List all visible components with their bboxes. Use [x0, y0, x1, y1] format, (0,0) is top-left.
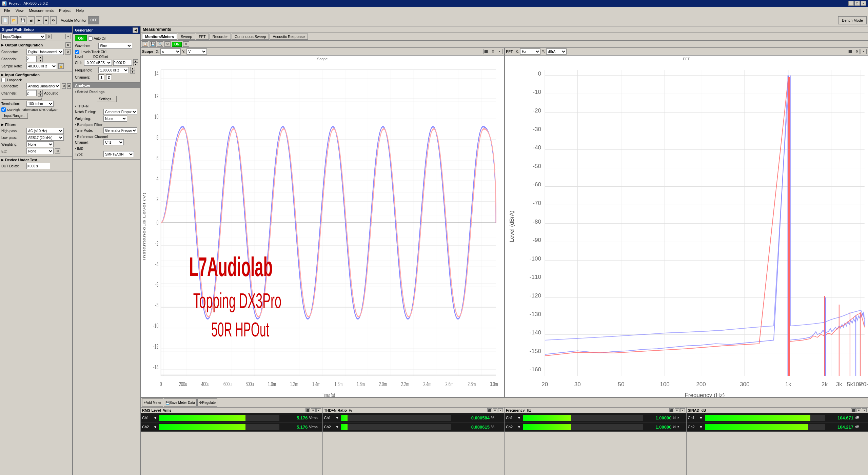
freq-close[interactable]: × — [680, 408, 685, 412]
menu-measurements[interactable]: Measurements — [26, 8, 56, 13]
sinad-close[interactable]: × — [862, 408, 867, 412]
level-up[interactable]: ▲ — [133, 59, 138, 63]
toolbar-save[interactable]: 💾 — [19, 16, 26, 24]
toolbar-open[interactable]: 📂 — [10, 16, 18, 24]
fft-x-select[interactable]: Hz — [520, 48, 540, 55]
chart-on-button[interactable]: ON — [172, 42, 182, 47]
toolbar-icon-5[interactable]: × — [183, 41, 189, 47]
eq-select[interactable]: None — [26, 148, 54, 154]
toolbar-icon-3[interactable]: 🔍 — [157, 41, 163, 47]
menu-project[interactable]: Project — [56, 8, 73, 13]
thd-menu[interactable]: ≡ — [493, 408, 497, 412]
rms-menu[interactable]: ≡ — [311, 408, 316, 412]
dut-delay-input[interactable] — [26, 163, 50, 169]
lowpass-select[interactable]: AES17 (20 kHz) — [26, 135, 64, 141]
regulate-button[interactable]: ⚙ Regulate — [197, 398, 217, 407]
toolbar-new[interactable]: 📄 — [1, 16, 9, 24]
output-connector-settings[interactable]: ⚙ — [65, 49, 71, 55]
input-connector-btn1[interactable]: ⚙ — [62, 83, 66, 89]
maximize-button[interactable]: □ — [854, 1, 860, 6]
input-range-button[interactable]: Input Range... — [1, 112, 28, 119]
output-channels-input[interactable] — [26, 56, 37, 62]
level-select[interactable]: -0.000 dBFS — [84, 60, 112, 66]
thd-ch1-dropdown[interactable]: ▼ — [336, 416, 340, 420]
mic-cal-button[interactable] — [1, 97, 42, 100]
scope-close[interactable]: × — [497, 49, 503, 54]
io-config-button[interactable]: ⚙ — [46, 34, 52, 39]
ch2-btn[interactable]: 2 — [106, 74, 112, 80]
freq-down[interactable]: ▼ — [130, 70, 135, 74]
freq-up[interactable]: ▲ — [130, 67, 135, 70]
toolbar-icon-2[interactable]: 💾 — [150, 41, 156, 47]
save-meter-data-button[interactable]: 💾 Save Meter Data — [164, 398, 197, 407]
sample-rate-lock[interactable]: 🔒 — [58, 63, 64, 69]
settings-button[interactable]: Settings... — [96, 96, 117, 102]
input-channels-spinner[interactable]: ▲ ▼ — [38, 90, 43, 97]
gen-on-button[interactable]: ON — [75, 35, 87, 41]
tab-monitors-meters[interactable]: Monitors/Meters — [142, 34, 177, 40]
freq-expand[interactable]: ⬛ — [669, 408, 674, 412]
imd-type-select[interactable]: SMPTE/DIN — [103, 151, 134, 157]
toolbar-icon-1[interactable]: 📋 — [142, 41, 148, 47]
channels-spinner[interactable]: ▲ ▼ — [38, 56, 43, 62]
thd-close[interactable]: × — [498, 408, 503, 412]
thd-ch2-dropdown[interactable]: ▼ — [336, 425, 340, 429]
sinad-ch1-dropdown[interactable]: ▼ — [699, 416, 704, 420]
scope-expand[interactable]: ⬛ — [483, 49, 489, 54]
generator-expand[interactable]: ◀ — [133, 27, 138, 33]
eq-settings[interactable]: ⚙ — [55, 148, 60, 154]
channels-down[interactable]: ▼ — [38, 59, 43, 62]
tab-recorder[interactable]: Recorder — [210, 34, 231, 40]
bench-mode-button[interactable]: Bench Mode — [838, 16, 867, 24]
tune-mode-select[interactable]: Generator Frequency — [103, 127, 137, 133]
freq-ch1-dropdown[interactable]: ▼ — [517, 416, 521, 420]
close-button[interactable]: × — [861, 1, 866, 6]
frequency-select[interactable]: 1.00000 kHz — [98, 67, 129, 73]
io-expand-button[interactable]: + — [65, 34, 71, 39]
ref-channel-select[interactable]: Ch1 — [103, 139, 124, 145]
scope-y-select[interactable]: V — [186, 48, 207, 55]
sinad-ch2-dropdown[interactable]: ▼ — [699, 425, 704, 429]
termination-select[interactable]: 100 kohm — [26, 101, 54, 107]
weighting-select[interactable]: None — [26, 141, 54, 147]
level-down[interactable]: ▼ — [133, 63, 138, 66]
sinad-expand[interactable]: ⬛ — [851, 408, 856, 412]
hp-sine-checkbox[interactable] — [1, 107, 6, 112]
scope-x-select[interactable]: s — [160, 48, 181, 55]
loopback-checkbox[interactable] — [1, 78, 6, 82]
input-channels-down[interactable]: ▼ — [38, 93, 43, 97]
scope-settings[interactable]: ⚙ — [490, 49, 496, 54]
rms-expand[interactable]: ⬛ — [305, 408, 310, 412]
ch1-btn[interactable]: 1 — [98, 74, 104, 80]
toolbar-stop[interactable]: ■ — [43, 16, 49, 24]
output-connector-select[interactable]: Digital Unbalanced — [26, 49, 64, 55]
tab-sweep[interactable]: Sweep — [178, 34, 195, 40]
auto-on-checkbox[interactable] — [88, 36, 93, 41]
window-controls[interactable]: _ □ × — [848, 1, 866, 6]
toolbar-icon-4[interactable]: ⚙ — [164, 41, 171, 47]
waveform-select[interactable]: Sine — [98, 43, 132, 49]
highpass-select[interactable]: AC (<10 Hz) — [26, 128, 64, 134]
dc-offset-input[interactable] — [113, 60, 132, 66]
input-channels-input[interactable] — [26, 90, 37, 96]
io-select-wrapper[interactable]: Input/Output ⚙ — [1, 34, 52, 40]
output-config-expand[interactable]: ⚙ — [65, 42, 71, 48]
io-selector[interactable]: Input/Output — [1, 34, 45, 40]
menu-view[interactable]: View — [13, 8, 26, 13]
tab-acoustic-response[interactable]: Acoustic Response — [270, 34, 308, 40]
rms-ch2-dropdown[interactable]: ▼ — [154, 425, 158, 429]
toolbar-print[interactable]: 🖨 — [28, 16, 35, 24]
input-connector-select[interactable]: Analog Unbalanced — [26, 83, 60, 89]
fft-expand[interactable]: ⬛ — [847, 49, 853, 54]
fft-settings[interactable]: ⚙ — [854, 49, 860, 54]
freq-ch2-dropdown[interactable]: ▼ — [517, 425, 521, 429]
input-connector-btn2[interactable]: ⚙ — [67, 83, 71, 89]
sample-rate-select[interactable]: 48.0000 kHz — [26, 63, 57, 69]
add-meter-button[interactable]: + Add Meter — [142, 398, 163, 407]
minimize-button[interactable]: _ — [848, 1, 854, 6]
thdn-weighting-select[interactable]: None — [103, 116, 127, 122]
thd-expand[interactable]: ⬛ — [487, 408, 492, 412]
input-channels-up[interactable]: ▲ — [38, 90, 43, 93]
freq-menu[interactable]: ≡ — [675, 408, 679, 412]
audible-off-button[interactable]: OFF — [88, 16, 99, 24]
